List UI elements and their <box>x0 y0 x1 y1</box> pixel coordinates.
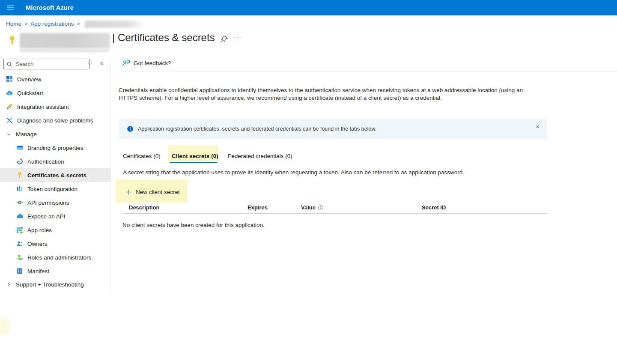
sidebar-item-label: Expose an API <box>27 213 66 220</box>
app-roles-icon <box>16 227 23 233</box>
table-header-border <box>123 213 547 214</box>
azure-portal-window: Microsoft Azure Home > App registrations… <box>0 0 617 364</box>
info-banner-text: Application registration certificates, s… <box>138 126 376 132</box>
page-title: | Certificates & secrets <box>112 32 215 44</box>
sidebar-item-authentication[interactable]: Authentication <box>0 155 110 168</box>
sidebar-item-api-permissions[interactable]: API permissions <box>0 196 110 209</box>
sidebar-item-overview[interactable]: Overview <box>0 72 110 86</box>
tools-icon <box>6 117 13 124</box>
column-header-label: Value <box>301 204 316 211</box>
tab-label: Client secrets (0) <box>172 153 218 159</box>
collapse-sidebar-icon[interactable]: « <box>100 60 104 66</box>
tab-client-secrets[interactable]: Client secrets (0) <box>172 153 218 159</box>
chevron-down-icon <box>6 131 12 137</box>
search-icon <box>6 61 12 67</box>
sidebar-divider <box>110 57 111 293</box>
more-options-button[interactable]: ··· <box>234 33 241 41</box>
sidebar-item-label: Owners <box>27 241 48 247</box>
sidebar-group-support-troubleshooting[interactable]: Support + Troubleshooting <box>0 277 110 291</box>
column-header-label: Secret ID <box>422 204 446 211</box>
column-header-description[interactable]: Description <box>129 204 160 211</box>
roles-administrators-icon <box>16 254 23 261</box>
api-permissions-icon <box>16 199 23 206</box>
sidebar-group-manage[interactable]: Manage <box>0 127 110 141</box>
sidebar-item-expose-an-api[interactable]: Expose an API <box>0 209 110 223</box>
breadcrumb-home-link[interactable]: Home <box>6 21 21 27</box>
redacted-app-name <box>20 33 110 48</box>
feedback-label: Got feedback? <box>134 60 171 66</box>
overview-icon <box>6 76 13 83</box>
toolbar-divider <box>119 72 617 72</box>
sidebar-item-label: Diagnose and solve problems <box>17 117 93 124</box>
search-input[interactable] <box>15 60 86 68</box>
new-client-secret-button[interactable]: New client secret <box>125 189 180 195</box>
plus-icon <box>125 189 132 195</box>
column-header-expires[interactable]: Expires <box>247 204 268 211</box>
branding-icon <box>16 144 23 151</box>
tab-certificates[interactable]: Certificates (0) <box>123 153 161 159</box>
sidebar-item-label: Overview <box>17 76 41 83</box>
token-bars-icon <box>16 185 23 192</box>
client-secret-description: A secret string that the application use… <box>123 169 464 176</box>
manifest-icon <box>16 268 23 274</box>
redacted-breadcrumb-app-name <box>85 21 146 28</box>
sidebar-item-branding-properties[interactable]: Branding & properties <box>0 141 110 155</box>
breadcrumb-separator: > <box>77 21 80 27</box>
redacted-app-subtext <box>20 49 109 52</box>
chevron-right-icon <box>6 282 12 287</box>
credentials-intro-text: Credentials enable confidential applicat… <box>119 87 526 101</box>
sidebar-item-label: Token configuration <box>27 186 77 192</box>
sidebar-item-label: App roles <box>27 227 52 233</box>
feedback-icon <box>122 60 130 67</box>
sidebar-item-label: Quickstart <box>17 90 43 96</box>
active-tab-underline <box>170 162 217 163</box>
sidebar-item-quickstart[interactable]: Quickstart <box>0 86 110 100</box>
sidebar-item-label: Roles and administrators <box>27 254 91 261</box>
quickstart-icon <box>6 90 13 96</box>
sidebar-item-label: Manifest <box>27 268 49 274</box>
sidebar-group-label: Support + Troubleshooting <box>16 281 84 288</box>
azure-brand-title[interactable]: Microsoft Azure <box>26 4 74 11</box>
info-icon <box>127 125 134 132</box>
highlight-smudge <box>0 318 9 335</box>
sidebar-item-owners[interactable]: Owners <box>0 237 110 251</box>
close-icon[interactable]: × <box>534 122 541 131</box>
info-circle-icon <box>318 205 324 211</box>
sidebar-item-label: Integration assistant <box>17 104 69 110</box>
info-banner: Application registration certificates, s… <box>119 119 547 139</box>
sidebar-item-label: Certificates & secrets <box>27 172 86 179</box>
sidebar-search[interactable] <box>3 59 89 69</box>
refresh-diamond-icon[interactable]: ◇ <box>88 60 92 66</box>
cloud-icon <box>16 213 23 220</box>
empty-table-message: No client secrets have been created for … <box>122 222 265 228</box>
sidebar-item-diagnose-and-solve-problems[interactable]: Diagnose and solve problems <box>0 113 110 127</box>
owners-icon <box>16 240 23 247</box>
column-header-secret-id[interactable]: Secret ID <box>422 204 446 211</box>
tab-label: Certificates (0) <box>123 153 161 159</box>
pin-icon[interactable] <box>220 35 228 45</box>
sidebar-item-app-roles[interactable]: App roles <box>0 223 110 237</box>
tab-federated-credentials[interactable]: Federated credentials (0) <box>228 153 292 159</box>
sidebar-item-label: Authentication <box>27 158 64 165</box>
breadcrumb-separator: > <box>24 21 27 27</box>
sidebar-item-label: Branding & properties <box>27 145 83 151</box>
sidebar-item-roles-and-administrators[interactable]: Roles and administrators <box>0 251 110 264</box>
sidebar-item-token-configuration[interactable]: Token configuration <box>0 182 110 196</box>
key-icon <box>7 34 17 49</box>
breadcrumb-app-registrations-link[interactable]: App registrations <box>30 21 74 27</box>
column-header-value[interactable]: Value <box>301 204 324 211</box>
authentication-icon <box>16 158 23 165</box>
column-header-label: Description <box>129 204 160 211</box>
sidebar-item-certificates-secrets[interactable]: Certificates & secrets <box>0 168 110 182</box>
tab-label: Federated credentials (0) <box>228 153 292 159</box>
column-header-label: Expires <box>247 204 268 211</box>
got-feedback-button[interactable]: Got feedback? <box>122 60 171 67</box>
new-client-secret-label: New client secret <box>136 189 180 195</box>
sidebar-item-label: API permissions <box>27 200 69 206</box>
sidebar-item-integration-assistant[interactable]: Integration assistant <box>0 100 110 113</box>
key-icon <box>16 172 23 179</box>
hamburger-menu-icon[interactable] <box>4 2 16 14</box>
sidebar-group-label: Manage <box>16 131 37 137</box>
sidebar-item-manifest[interactable]: Manifest <box>0 264 110 278</box>
breadcrumb: Home > App registrations > <box>6 21 80 27</box>
